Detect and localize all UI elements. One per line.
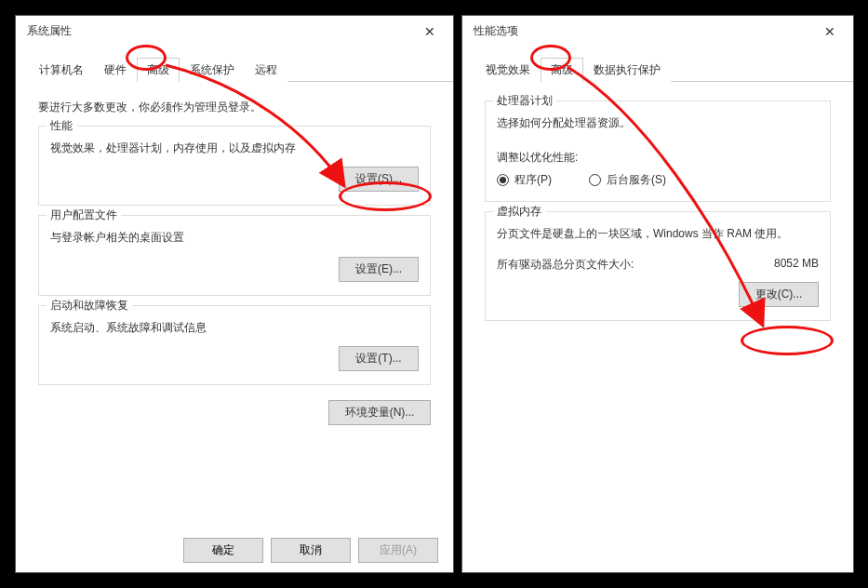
apply-button[interactable]: 应用(A) — [358, 538, 438, 563]
vmem-total-label: 所有驱动器总分页文件大小: — [497, 257, 634, 273]
dialog-title: 性能选项 — [474, 23, 518, 39]
close-icon[interactable]: ✕ — [816, 24, 844, 39]
tab-visual-effects[interactable]: 视觉效果 — [475, 58, 541, 82]
tab-advanced[interactable]: 高级 — [137, 58, 180, 82]
tab-advanced[interactable]: 高级 — [541, 58, 583, 82]
performance-options-dialog: 性能选项 ✕ 视觉效果 高级 数据执行保护 处理器计划 选择如何分配处理器资源。… — [461, 15, 854, 573]
radio-label: 程序(P) — [514, 172, 552, 188]
group-legend: 处理器计划 — [493, 93, 556, 109]
tab-remote[interactable]: 远程 — [245, 58, 287, 82]
env-variables-button[interactable]: 环境变量(N)... — [328, 400, 431, 425]
ok-button[interactable]: 确定 — [183, 538, 263, 563]
vmem-desc: 分页文件是硬盘上的一块区域，Windows 当作 RAM 使用。 — [497, 225, 819, 243]
group-legend: 启动和故障恢复 — [47, 298, 132, 314]
group-legend: 用户配置文件 — [47, 207, 121, 223]
startup-settings-button[interactable]: 设置(T)... — [339, 346, 419, 371]
profiles-settings-button[interactable]: 设置(E)... — [339, 257, 419, 282]
adjust-label: 调整以优化性能: — [497, 149, 819, 167]
tab-hardware[interactable]: 硬件 — [94, 58, 137, 82]
dialog-title: 系统属性 — [27, 23, 72, 39]
cancel-button[interactable]: 取消 — [271, 538, 351, 563]
vmem-change-button[interactable]: 更改(C)... — [739, 282, 819, 307]
system-properties-dialog: 系统属性 ✕ 计算机名 硬件 高级 系统保护 远程 要进行大多数更改，你必须作为… — [15, 15, 454, 573]
radio-icon — [589, 174, 601, 186]
radio-icon — [497, 174, 509, 186]
tab-dep[interactable]: 数据执行保护 — [583, 58, 671, 82]
close-icon[interactable]: ✕ — [416, 24, 444, 39]
performance-desc: 视觉效果，处理器计划，内存使用，以及虚拟内存 — [50, 140, 419, 157]
radio-label: 后台服务(S) — [607, 172, 666, 188]
vmem-total-value: 8052 MB — [774, 257, 819, 273]
admin-note: 要进行大多数更改，你必须作为管理员登录。 — [38, 99, 431, 116]
radio-programs[interactable]: 程序(P) — [497, 172, 552, 188]
tab-computer-name[interactable]: 计算机名 — [29, 58, 94, 82]
tabs: 计算机名 硬件 高级 系统保护 远程 — [29, 58, 453, 82]
startup-recovery-group: 启动和故障恢复 系统启动、系统故障和调试信息 设置(T)... — [38, 305, 431, 385]
startup-desc: 系统启动、系统故障和调试信息 — [50, 319, 419, 337]
user-profiles-group: 用户配置文件 与登录帐户相关的桌面设置 设置(E)... — [38, 215, 431, 295]
virtual-memory-group: 虚拟内存 分页文件是硬盘上的一块区域，Windows 当作 RAM 使用。 所有… — [485, 211, 831, 320]
tabs: 视觉效果 高级 数据执行保护 — [475, 58, 853, 82]
group-legend: 性能 — [47, 118, 76, 134]
tab-system-protection[interactable]: 系统保护 — [180, 58, 245, 82]
perf-settings-button[interactable]: 设置(S)... — [339, 167, 419, 192]
group-legend: 虚拟内存 — [493, 204, 545, 220]
processor-scheduling-group: 处理器计划 选择如何分配处理器资源。 调整以优化性能: 程序(P) 后台服务(S… — [485, 100, 831, 202]
performance-group: 性能 视觉效果，处理器计划，内存使用，以及虚拟内存 设置(S)... — [38, 126, 431, 206]
profiles-desc: 与登录帐户相关的桌面设置 — [50, 229, 419, 247]
radio-background-services[interactable]: 后台服务(S) — [589, 172, 666, 188]
dialog-footer: 确定 取消 应用(A) — [16, 528, 453, 572]
sched-desc: 选择如何分配处理器资源。 — [497, 114, 819, 132]
